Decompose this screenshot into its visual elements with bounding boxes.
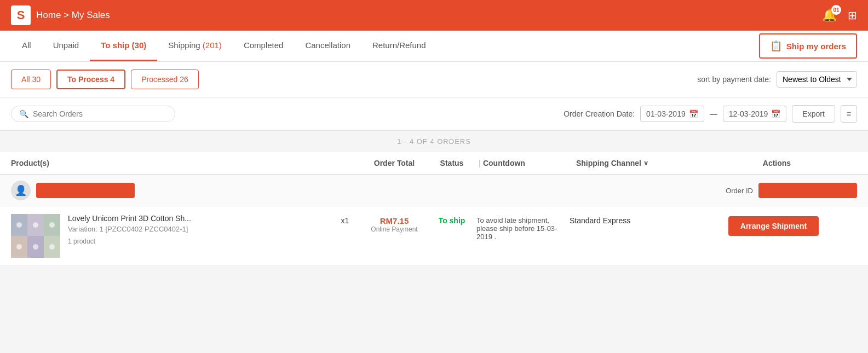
order-qty: x1: [329, 214, 361, 225]
calendar-to-icon: 📅: [771, 109, 780, 118]
order-payment: Online Payment: [361, 225, 427, 233]
svg-point-10: [16, 244, 22, 250]
breadcrumb: Home > My Sales: [36, 10, 110, 21]
order-row-header: 👤 Order ID: [0, 175, 868, 206]
table-header: Product(s) Order Total Status | Countdow…: [0, 152, 868, 175]
order-total: RM7.15 Online Payment: [361, 214, 427, 233]
sort-area: sort by payment date: Newest to Oldest O…: [697, 71, 857, 88]
order-username-bar: [36, 183, 135, 198]
order-total-amount: RM7.15: [361, 216, 427, 225]
nav-separator: >: [64, 10, 69, 20]
notification-icon[interactable]: 🔔 01: [822, 8, 837, 22]
header-left: S Home > My Sales: [11, 5, 110, 25]
tab-unpaid[interactable]: Unpaid: [42, 31, 90, 61]
col-header-total: Order Total: [361, 159, 427, 167]
svg-point-8: [33, 222, 38, 228]
col-header-product: Product(s): [11, 159, 329, 167]
order-id-bar: [758, 183, 857, 198]
product-col: Lovely Unicorn Print 3D Cotton Sh... Var…: [11, 214, 329, 258]
grid-icon[interactable]: ⊞: [848, 9, 857, 22]
date-to-input[interactable]: 12-03-2019 📅: [723, 106, 787, 122]
svg-point-12: [49, 244, 55, 250]
product-thumbnail: [11, 214, 60, 258]
shopee-logo[interactable]: S: [11, 5, 31, 25]
header-right: 🔔 01 ⊞: [822, 8, 857, 22]
tab-return-refund[interactable]: Return/Refund: [361, 31, 437, 61]
export-button[interactable]: Export: [792, 105, 835, 123]
sort-label: sort by payment date:: [697, 75, 771, 84]
order-id-label: Order ID: [726, 187, 753, 195]
tab-shipping[interactable]: Shipping (201): [157, 31, 233, 61]
main-tabs: All Unpaid To ship (30) Shipping (201) C…: [11, 31, 437, 61]
svg-point-7: [16, 222, 22, 228]
arrange-shipment-button[interactable]: Arrange Shipment: [728, 216, 819, 236]
notification-badge: 01: [831, 5, 841, 15]
product-name: Lovely Unicorn Print 3D Cotton Sh...: [68, 214, 329, 223]
ship-orders-icon: 📋: [770, 40, 782, 52]
sub-tabs-bar: All 30 To Process 4 Processed 26 sort by…: [0, 62, 868, 97]
search-icon: 🔍: [19, 109, 28, 118]
order-actions: Arrange Shipment: [690, 214, 857, 236]
search-box: 🔍: [11, 106, 175, 122]
nav-current: My Sales: [72, 10, 110, 20]
main-tabs-bar: All Unpaid To ship (30) Shipping (201) C…: [0, 31, 868, 62]
avatar-icon: 👤: [15, 184, 27, 196]
list-view-button[interactable]: ≡: [841, 105, 857, 123]
order-status: To ship: [427, 214, 476, 225]
date-to-value: 12-03-2019: [729, 109, 768, 118]
svg-point-11: [33, 244, 38, 250]
col-divider: |: [479, 159, 481, 167]
sub-tabs: All 30 To Process 4 Processed 26: [11, 70, 199, 89]
col-header-status: Status: [427, 159, 476, 167]
filter-bar: 🔍 Order Creation Date: 01-03-2019 📅 — 12…: [0, 97, 868, 131]
product-info: Lovely Unicorn Print 3D Cotton Sh... Var…: [68, 214, 329, 245]
tab-all[interactable]: All: [11, 31, 42, 61]
ship-my-orders-button[interactable]: 📋 Ship my orders: [759, 33, 857, 59]
order-avatar: 👤: [11, 181, 31, 200]
status-badge: To ship: [427, 216, 476, 225]
sub-tab-to-process[interactable]: To Process 4: [56, 70, 125, 89]
calendar-from-icon: 📅: [689, 109, 698, 118]
shipping-sort-icon[interactable]: ∨: [643, 159, 648, 167]
sub-tab-all[interactable]: All 30: [11, 70, 51, 89]
col-header-countdown: Countdown: [483, 159, 576, 167]
tab-cancellation[interactable]: Cancellation: [294, 31, 361, 61]
order-countdown: To avoid late shipment, please ship befo…: [476, 214, 570, 241]
product-variation: Variation: 1 [PZCC0402 PZCC0402-1]: [68, 225, 329, 233]
col-header-shipping: Shipping Channel ∨: [576, 159, 697, 167]
date-from-input[interactable]: 01-03-2019 📅: [640, 106, 704, 122]
product-count: 1 product: [68, 238, 329, 245]
col-header-actions: Actions: [697, 159, 857, 167]
sub-tab-processed[interactable]: Processed 26: [131, 70, 199, 89]
nav-home[interactable]: Home: [36, 10, 61, 20]
date-separator: —: [710, 109, 717, 118]
date-filter: Order Creation Date: 01-03-2019 📅 — 12-0…: [564, 105, 857, 123]
header: S Home > My Sales 🔔 01 ⊞: [0, 0, 868, 31]
order-count-text: 1 - 4 OF 4 ORDERS: [397, 137, 471, 146]
tab-completed[interactable]: Completed: [233, 31, 295, 61]
search-input[interactable]: [33, 109, 167, 118]
order-item-row: Lovely Unicorn Print 3D Cotton Sh... Var…: [0, 206, 868, 266]
date-from-value: 01-03-2019: [646, 109, 686, 118]
order-count-bar: 1 - 4 OF 4 ORDERS: [0, 131, 868, 152]
svg-point-9: [49, 222, 55, 228]
sort-select[interactable]: Newest to Oldest Oldest to Newest: [777, 71, 857, 88]
date-label: Order Creation Date:: [564, 109, 635, 118]
tab-to-ship[interactable]: To ship (30): [90, 31, 157, 61]
order-shipping-channel: Standard Express: [570, 214, 690, 225]
